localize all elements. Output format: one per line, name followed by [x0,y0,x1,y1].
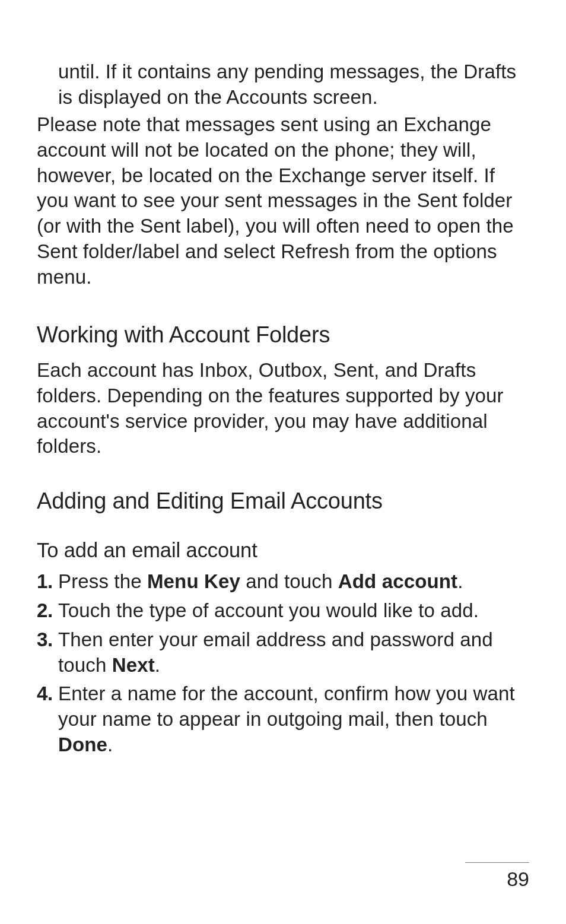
content-area: until. If it contains any pending messag… [37,59,529,757]
step-2-text: Touch the type of account you would like… [58,599,479,621]
step-1-post: . [457,570,463,592]
exchange-note-paragraph: Please note that messages sent using an … [37,112,529,290]
carryover-paragraph: until. If it contains any pending messag… [58,59,529,110]
page-footer: 89 [465,862,529,891]
footer-rule [465,862,529,863]
step-4-bold-1: Done [58,734,107,755]
step-2: Touch the type of account you would like… [37,598,529,624]
step-1-pre: Press the [58,570,147,592]
subhead-to-add-email-account: To add an email account [37,537,529,564]
page: until. If it contains any pending messag… [0,0,566,924]
step-4-post: . [107,734,113,755]
step-3: Then enter your email address and passwo… [37,627,529,678]
step-1-mid: and touch [240,570,338,592]
step-4: Enter a name for the account, confirm ho… [37,681,529,757]
step-1-bold-1: Menu Key [147,570,240,592]
working-folders-body: Each account has Inbox, Outbox, Sent, an… [37,358,529,459]
step-1: Press the Menu Key and touch Add account… [37,569,529,595]
step-3-bold-1: Next [112,654,155,676]
page-number: 89 [465,868,529,891]
step-4-pre: Enter a name for the account, confirm ho… [58,682,515,730]
step-1-bold-2: Add account [338,570,457,592]
heading-adding-editing-email-accounts: Adding and Editing Email Accounts [37,487,529,516]
step-3-post: . [155,654,160,676]
heading-working-with-account-folders: Working with Account Folders [37,320,529,350]
steps-list: Press the Menu Key and touch Add account… [37,569,529,757]
